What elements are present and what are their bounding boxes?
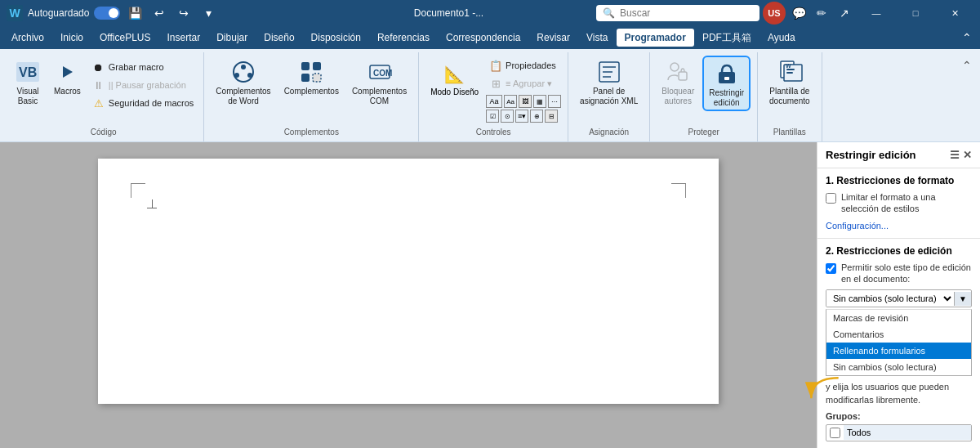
- groups-input-row: [826, 424, 972, 441]
- controls-row-1: 📐 Modo Diseño 📋 Propiedades ⊞ ≡ Agrupar …: [425, 56, 561, 123]
- title-bar-right: 🔍 US 💬 ✏ ↗ — □ ✕: [596, 0, 973, 26]
- svg-point-18: [670, 63, 679, 71]
- menu-correspondencia[interactable]: Correspondencia: [438, 29, 528, 47]
- search-input[interactable]: [620, 7, 753, 19]
- save-icon[interactable]: 💾: [125, 3, 145, 23]
- menu-inicio[interactable]: Inicio: [52, 29, 91, 47]
- redo-icon[interactable]: ↪: [174, 3, 194, 23]
- macros-label: Macros: [54, 87, 81, 96]
- undo-icon[interactable]: ↩: [149, 3, 169, 23]
- panel-header: Restringir edición ☰ ✕: [817, 142, 980, 168]
- autoguardado-toggle[interactable]: [94, 7, 120, 20]
- plantillas-label: Plantillas: [773, 126, 806, 138]
- ctrl-aa-big[interactable]: Aa: [486, 95, 502, 108]
- modo-diseno-button[interactable]: 📐 Modo Diseño: [425, 61, 483, 117]
- agrupar-button[interactable]: ⊞ ≡ Agrupar ▾: [486, 75, 561, 92]
- user-avatar[interactable]: US: [763, 2, 786, 25]
- agrupar-label: ≡ Agrupar ▾: [506, 78, 552, 89]
- menu-referencias[interactable]: Referencias: [369, 29, 438, 47]
- menu-ayuda[interactable]: Ayuda: [760, 29, 804, 47]
- ctrl-radio[interactable]: ⊙: [501, 110, 514, 123]
- ctrl-img[interactable]: 🖼: [519, 95, 532, 108]
- editing-type-dropdown[interactable]: Sin cambios (solo lectura) ▼: [826, 289, 972, 307]
- macros-icon: [54, 59, 80, 85]
- option-rellenando[interactable]: Rellenando formularios: [826, 343, 971, 359]
- groups-input[interactable]: [844, 425, 971, 440]
- controls-col: 📐 Modo Diseño 📋 Propiedades ⊞ ≡ Agrupar …: [425, 56, 561, 123]
- menu-programador[interactable]: Programador: [617, 29, 694, 47]
- comp-com-button[interactable]: COM ComplementosCOM: [347, 56, 412, 111]
- menu-diseno[interactable]: Diseño: [256, 29, 302, 47]
- panel-close-icon[interactable]: ✕: [963, 149, 972, 161]
- grabar-macro-button[interactable]: ⏺ Grabar macro: [89, 59, 198, 75]
- propiedades-button[interactable]: 📋 Propiedades: [486, 57, 561, 74]
- comp-main-label: Complementos: [284, 87, 339, 96]
- editing-type-select[interactable]: Sin cambios (solo lectura): [826, 290, 954, 307]
- ctrl-table[interactable]: ▦: [533, 95, 546, 108]
- visual-basic-button[interactable]: VB VisualBasic: [10, 56, 46, 111]
- panel-section-2: 2. Restricciones de edición Permitir sol…: [817, 239, 980, 448]
- macros-button[interactable]: Macros: [49, 56, 86, 111]
- menu-dibujar[interactable]: Dibujar: [208, 29, 256, 47]
- comp-com-icon: COM: [367, 59, 393, 85]
- comment-icon[interactable]: 💬: [789, 3, 808, 23]
- plantilla-icon: W: [777, 59, 803, 85]
- svg-rect-19: [679, 72, 687, 80]
- plantilla-doc-button[interactable]: W Plantilla dedocumento: [764, 56, 814, 111]
- pausar-grabacion-button[interactable]: ⏸ || Pausar grabación: [89, 77, 198, 93]
- option-sin-cambios2[interactable]: Sin cambios (solo lectura): [826, 359, 971, 375]
- ctrl-check[interactable]: ☑: [486, 110, 499, 123]
- cursor-horiz: [147, 208, 157, 208]
- comp-word-button[interactable]: Complementosde Word: [211, 56, 275, 111]
- section1-number: 1.: [826, 175, 836, 186]
- ctrl-spin[interactable]: ⊕: [530, 110, 543, 123]
- codigo-content: VB VisualBasic Macros ⏺ Gra: [10, 56, 197, 123]
- groups-checkbox[interactable]: [830, 428, 840, 438]
- bloquear-autores-button[interactable]: Bloquearautores: [657, 56, 699, 111]
- menu-archivo[interactable]: Archivo: [3, 29, 52, 47]
- comp-main-button[interactable]: Complementos: [279, 56, 344, 111]
- ctrl-aa-small[interactable]: Aa: [504, 95, 517, 108]
- restringir-label: Restringiredición: [709, 88, 744, 108]
- word-icon: W: [7, 5, 23, 21]
- menu-pdf[interactable]: PDF工具箱: [694, 28, 760, 48]
- svg-text:COM: COM: [373, 69, 392, 78]
- option-marcas[interactable]: Marcas de revisión: [826, 310, 971, 326]
- section1-checkbox[interactable]: [826, 193, 836, 204]
- modo-diseno-icon: 📐: [444, 65, 465, 84]
- comp-com-label: ComplementosCOM: [352, 87, 407, 106]
- maximize-button[interactable]: □: [897, 0, 934, 26]
- option-comentarios[interactable]: Comentarios: [826, 326, 971, 343]
- edit-icon[interactable]: ✏: [812, 3, 831, 23]
- customize-icon[interactable]: ▾: [198, 3, 218, 23]
- panel-menu-icon[interactable]: ☰: [950, 149, 960, 161]
- comp-word-icon: [230, 59, 256, 85]
- dropdown-arrow-icon[interactable]: ▼: [954, 292, 971, 306]
- menu-vista[interactable]: Vista: [578, 29, 616, 47]
- visual-basic-icon: VB: [15, 59, 41, 85]
- search-bar[interactable]: 🔍: [596, 5, 760, 21]
- collapse-ribbon-icon[interactable]: ⌃: [957, 56, 977, 75]
- restringir-edicion-button[interactable]: Restringiredición: [702, 56, 751, 111]
- configuracion-link[interactable]: Configuración...: [826, 221, 889, 231]
- ribbon-collapse-icon[interactable]: ⌃: [957, 28, 977, 47]
- menu-insertar[interactable]: Insertar: [159, 29, 209, 47]
- cursor-vert: [152, 199, 153, 208]
- svg-text:VB: VB: [19, 65, 37, 79]
- menu-revisar[interactable]: Revisar: [528, 29, 578, 47]
- menu-officeplus[interactable]: OfficePLUS: [91, 29, 158, 47]
- seguridad-macros-button[interactable]: ⚠ Seguridad de macros: [89, 95, 198, 111]
- share-icon[interactable]: ↗: [835, 3, 854, 23]
- section2-checkbox-label: Permitir solo este tipo de edición en el…: [841, 262, 972, 285]
- ctrl-drop[interactable]: ≡▾: [515, 110, 528, 123]
- minimize-button[interactable]: —: [858, 0, 895, 26]
- close-button[interactable]: ✕: [936, 0, 973, 26]
- section2-checkbox[interactable]: [826, 263, 836, 274]
- ctrl-more2[interactable]: ⊟: [545, 110, 558, 123]
- small-buttons-group: ⏺ Grabar macro ⏸ || Pausar grabación ⚠ S…: [89, 56, 198, 111]
- pausar-icon: ⏸: [92, 78, 105, 92]
- title-bar: W Autoguardado 💾 ↩ ↪ ▾ Documento1 -... 🔍…: [0, 0, 980, 26]
- menu-disposicion[interactable]: Disposición: [303, 29, 369, 47]
- ctrl-more[interactable]: ⋯: [548, 95, 561, 108]
- panel-asignacion-button[interactable]: Panel deasignación XML: [575, 56, 643, 111]
